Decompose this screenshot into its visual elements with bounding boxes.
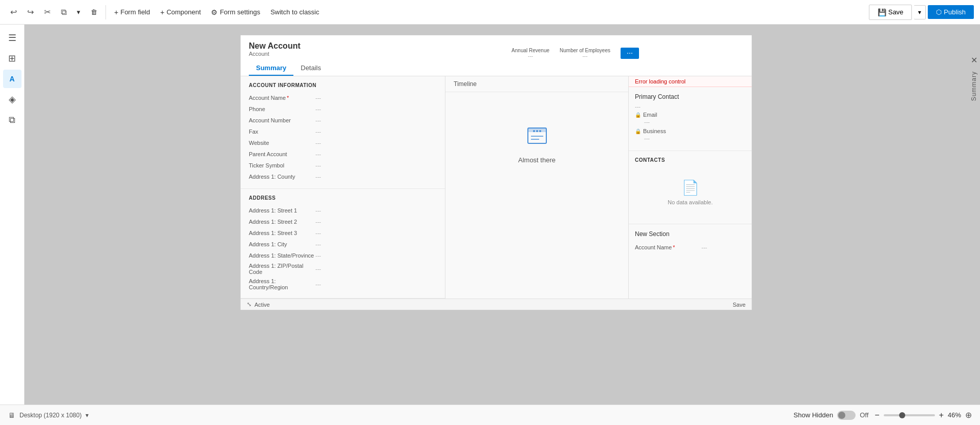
table-row: Address 1: Street 3 --- xyxy=(249,227,437,239)
table-row: Phone --- xyxy=(249,103,437,115)
annual-revenue-field: Annual Revenue --- xyxy=(512,48,549,59)
form-header: New Account Account Annual Revenue --- N… xyxy=(241,35,752,76)
form-settings-label: Form settings xyxy=(220,8,260,16)
footer-save[interactable]: Save xyxy=(733,302,745,308)
svg-point-5 xyxy=(539,130,541,132)
sidebar-grid-icon[interactable]: ⊞ xyxy=(3,49,22,68)
sidebar-layers-icon[interactable]: ◈ xyxy=(3,90,22,109)
form-settings-button[interactable]: ⚙ Form settings xyxy=(207,6,264,18)
canvas-area[interactable]: New Account Account Annual Revenue --- N… xyxy=(25,25,968,425)
required-star: * xyxy=(287,95,289,101)
redo-icon: ↪ xyxy=(27,7,34,17)
right-sidebar: ✕ Summary xyxy=(968,25,980,425)
field-value-website: --- xyxy=(315,140,321,146)
annual-revenue-value: --- xyxy=(512,53,549,59)
settings-icon: ⚙ xyxy=(211,8,218,16)
show-hidden-toggle[interactable] xyxy=(837,411,856,420)
field-label-street2: Address 1: Street 2 xyxy=(249,219,315,225)
form-header-fields: Annual Revenue --- Number of Employees -… xyxy=(512,48,639,59)
field-label-ticker-symbol: Ticker Symbol xyxy=(249,162,315,168)
form-field-button[interactable]: + Form field xyxy=(110,6,154,18)
bottom-bar: 🖥 Desktop (1920 x 1080) ▾ Show Hidden Of… xyxy=(0,405,980,425)
form-preview: New Account Account Annual Revenue --- N… xyxy=(240,35,752,310)
form-left-column: ACCOUNT INFORMATION Account Name* --- Ph… xyxy=(241,76,445,299)
save-dropdown-button[interactable]: ▾ xyxy=(914,5,926,19)
copy-button[interactable]: ⧉ xyxy=(57,6,71,19)
field-label-country: Address 1: Country/Region xyxy=(249,278,315,290)
toolbar: ↩ ↪ ✂ ⧉ ▾ 🗑 + Form field + Component ⚙ F… xyxy=(0,0,980,25)
switch-classic-button[interactable]: Switch to classic xyxy=(266,6,323,18)
redo-button[interactable]: ↪ xyxy=(23,5,38,19)
account-info-section: ACCOUNT INFORMATION Account Name* --- Ph… xyxy=(241,76,445,189)
business-row: 🔒 Business xyxy=(635,128,745,134)
cut-button[interactable]: ✂ xyxy=(40,5,55,19)
required-star2: * xyxy=(673,245,675,250)
cut-icon: ✂ xyxy=(44,7,51,17)
zoom-controls: − + 46% ⊕ xyxy=(875,410,972,420)
save-button[interactable]: 💾 Save xyxy=(869,5,912,20)
delete-button[interactable]: 🗑 xyxy=(87,6,101,18)
no-data-area: 📄 No data available. xyxy=(635,167,745,218)
form-right-column: Error loading control Primary Contact --… xyxy=(629,76,752,299)
table-row: Address 1: Country/Region --- xyxy=(249,277,437,292)
business-label: Business xyxy=(643,128,666,134)
contacts-title: CONTACTS xyxy=(635,157,745,163)
geo-icon[interactable]: ⊕ xyxy=(965,410,972,420)
separator xyxy=(105,5,106,19)
zoom-slider[interactable] xyxy=(884,414,935,416)
table-row: Ticker Symbol --- xyxy=(249,160,437,171)
close-panel-button[interactable]: ✕ xyxy=(971,55,977,65)
table-row: Website --- xyxy=(249,137,437,148)
field-value-parent-account: --- xyxy=(315,151,321,157)
monitor-icon: 🖥 xyxy=(8,411,15,419)
device-dropdown-icon[interactable]: ▾ xyxy=(86,412,89,419)
form-body: ACCOUNT INFORMATION Account Name* --- Ph… xyxy=(241,76,752,299)
zoom-minus-button[interactable]: − xyxy=(875,411,879,420)
dropdown-button[interactable]: ▾ xyxy=(73,6,84,18)
header-action-button[interactable]: ⋯ xyxy=(621,48,639,59)
form-tabs: Summary Details xyxy=(249,61,743,76)
table-row: Fax --- xyxy=(249,126,437,137)
field-value-fax: --- xyxy=(315,129,321,135)
field-value-ticker-symbol: --- xyxy=(315,162,321,168)
business-value: --- xyxy=(644,135,745,141)
num-employees-label: Number of Employees xyxy=(560,48,610,53)
tab-summary[interactable]: Summary xyxy=(249,61,293,76)
zoom-slider-thumb xyxy=(899,412,905,418)
error-banner: Error loading control xyxy=(629,76,752,87)
component-button[interactable]: + Component xyxy=(156,6,205,18)
sidebar-menu-icon[interactable]: ☰ xyxy=(3,29,22,47)
svg-point-4 xyxy=(536,130,538,132)
lock-icon: 🔒 xyxy=(635,112,641,118)
tab-details[interactable]: Details xyxy=(293,61,328,76)
form-field-label: Form field xyxy=(120,8,150,16)
plus-icon: + xyxy=(114,8,118,16)
sidebar-copy-icon[interactable]: ⧉ xyxy=(3,111,22,129)
timeline-icon xyxy=(525,123,549,152)
table-row: Parent Account --- xyxy=(249,148,437,160)
new-section-title: New Section xyxy=(635,230,745,238)
field-value-zip: --- xyxy=(315,266,321,272)
zoom-plus-button[interactable]: + xyxy=(939,411,944,420)
primary-contact-title: Primary Contact xyxy=(635,93,745,100)
address-section: ADDRESS Address 1: Street 1 --- Address … xyxy=(241,189,445,299)
publish-button[interactable]: ⬡ Publish xyxy=(928,5,974,19)
field-value-street3: --- xyxy=(315,230,321,236)
address-title: ADDRESS xyxy=(249,195,437,201)
toolbar-right: 💾 Save ▾ ⬡ Publish xyxy=(869,5,974,20)
field-label-phone: Phone xyxy=(249,106,315,112)
sidebar-text-icon[interactable]: A xyxy=(3,70,22,88)
email-label: Email xyxy=(643,112,657,118)
toggle-off-label: Off xyxy=(860,411,868,419)
field-value-phone: --- xyxy=(315,106,321,112)
undo-button[interactable]: ↩ xyxy=(6,5,21,19)
field-label-county: Address 1: County xyxy=(249,174,315,180)
field-label-parent-account: Parent Account xyxy=(249,151,315,157)
field-label-state: Address 1: State/Province xyxy=(249,252,315,259)
email-value: --- xyxy=(644,119,745,125)
bottom-right: Show Hidden Off − + 46% ⊕ xyxy=(794,410,972,420)
switch-label: Switch to classic xyxy=(270,8,319,16)
email-row: 🔒 Email xyxy=(635,112,745,118)
field-label-fax: Fax xyxy=(249,129,315,135)
contacts-section: CONTACTS 📄 No data available. xyxy=(629,151,752,224)
